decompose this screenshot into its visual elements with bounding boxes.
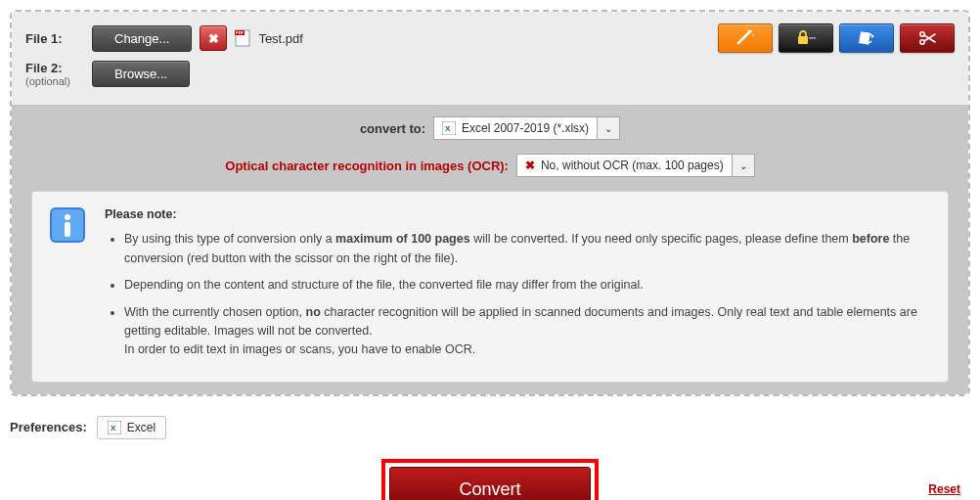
file-1-label: File 1: xyxy=(25,31,84,46)
rotate-icon xyxy=(856,29,877,47)
svg-text:X: X xyxy=(111,424,116,432)
excel-icon: X xyxy=(442,121,456,135)
svg-text:PDF: PDF xyxy=(236,30,245,35)
magic-wand-icon xyxy=(735,29,756,47)
close-icon: ✖ xyxy=(525,159,535,172)
remove-file-button[interactable]: ✖ xyxy=(200,25,227,51)
lock-icon: *** xyxy=(794,29,818,47)
svg-line-3 xyxy=(738,31,750,43)
file-section: File 1: Change... ✖ PDF Test.pdf *** xyxy=(12,12,968,105)
browse-file-button[interactable]: Browse... xyxy=(92,61,190,87)
note-item: By using this type of conversion only a … xyxy=(124,230,932,268)
lock-button[interactable]: *** xyxy=(779,23,833,53)
chevron-down-icon[interactable]: ⌄ xyxy=(598,116,620,140)
svg-point-6 xyxy=(747,29,749,31)
file-2-label: File 2: (optional) xyxy=(25,61,84,87)
note-list: By using this type of conversion only a … xyxy=(105,230,932,359)
close-icon: ✖ xyxy=(208,31,219,46)
note-title: Please note: xyxy=(105,205,932,224)
note-item: Depending on the content and structure o… xyxy=(124,276,932,295)
change-file-button[interactable]: Change... xyxy=(92,25,192,52)
svg-rect-20 xyxy=(65,222,70,237)
svg-point-5 xyxy=(752,34,754,36)
pdf-icon: PDF xyxy=(235,29,250,47)
options-section: convert to: X Excel 2007-2019 (*.xlsx) ⌄… xyxy=(12,105,968,394)
svg-text:X: X xyxy=(445,124,451,133)
ocr-select[interactable]: ✖ No, without OCR (max. 100 pages) ⌄ xyxy=(516,154,755,177)
convert-to-label: convert to: xyxy=(360,121,425,136)
svg-point-19 xyxy=(65,214,70,220)
magic-wand-button[interactable] xyxy=(718,23,773,53)
filename: Test.pdf xyxy=(258,31,303,46)
reset-link[interactable]: Reset xyxy=(928,482,960,496)
scissors-button[interactable] xyxy=(900,23,955,53)
info-icon xyxy=(48,205,87,245)
rotate-button[interactable] xyxy=(839,23,894,53)
svg-text:***: *** xyxy=(809,36,817,42)
preferences-chip[interactable]: X Excel xyxy=(97,416,166,439)
note-item: With the currently chosen option, no cha… xyxy=(124,303,932,360)
convert-button[interactable]: Convert xyxy=(389,467,590,500)
svg-marker-10 xyxy=(871,34,874,38)
excel-icon: X xyxy=(108,421,121,434)
ocr-label: Optical character recognition in images … xyxy=(225,159,509,173)
preferences-label: Preferences: xyxy=(10,420,87,434)
svg-line-14 xyxy=(924,34,935,41)
svg-line-13 xyxy=(924,35,935,42)
svg-point-4 xyxy=(750,30,752,32)
convert-to-select[interactable]: X Excel 2007-2019 (*.xlsx) ⌄ xyxy=(433,116,620,140)
svg-rect-7 xyxy=(798,36,808,44)
scissors-icon xyxy=(916,29,938,47)
upload-panel: File 1: Change... ✖ PDF Test.pdf *** xyxy=(10,10,970,396)
file-2-sublabel: (optional) xyxy=(25,75,84,87)
convert-highlight: Convert xyxy=(381,459,598,500)
chevron-down-icon[interactable]: ⌄ xyxy=(733,154,755,177)
note-box: Please note: By using this type of conve… xyxy=(31,191,949,383)
